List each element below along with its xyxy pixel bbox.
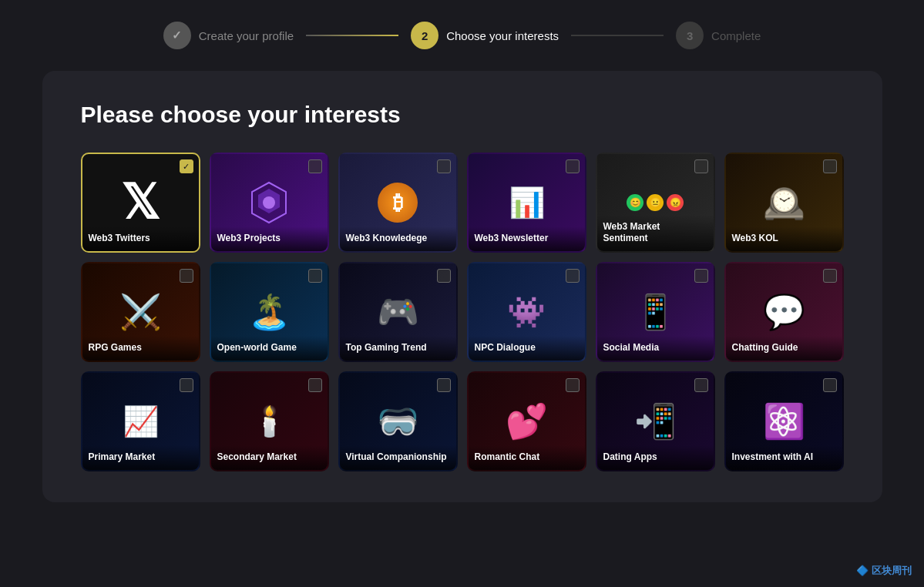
interest-label-virtual-comp: Virtual Companionship — [340, 445, 456, 470]
interest-checkbox-web3-kol[interactable] — [823, 159, 837, 173]
interest-label-web3-kol: Web3 KOL — [726, 226, 842, 251]
step-circle-1: ✓ — [163, 22, 191, 49]
interest-label-top-gaming: Top Gaming Trend — [340, 336, 456, 361]
interest-label-social-media: Social Media — [597, 336, 714, 361]
step-line-2 — [571, 35, 664, 36]
interest-checkbox-romantic-chat[interactable] — [566, 378, 580, 392]
interest-checkbox-web3-newsletter[interactable] — [566, 159, 580, 173]
step-circle-2: 2 — [411, 22, 438, 49]
interest-label-web3-twitters: Web3 Twitters — [82, 226, 199, 251]
interest-item-top-gaming[interactable]: 🎮Top Gaming Trend — [338, 262, 458, 362]
interest-label-romantic-chat: Romantic Chat — [469, 445, 585, 470]
interest-label-web3-sentiment: Web3 Market Sentiment — [597, 215, 714, 251]
interest-item-rpg-games[interactable]: ⚔️RPG Games — [81, 262, 200, 362]
step-complete: 3 Complete — [676, 22, 761, 49]
interest-checkbox-web3-twitters[interactable]: ✓ — [180, 159, 193, 173]
interests-grid: 𝕏Web3 Twitters✓Web3 Projects₿Web3 Knowle… — [81, 153, 844, 471]
interest-checkbox-virtual-comp[interactable] — [437, 378, 451, 392]
interest-checkbox-chatting-guide[interactable] — [823, 269, 837, 283]
interest-label-web3-projects: Web3 Projects — [211, 226, 328, 251]
interest-checkbox-open-world[interactable] — [308, 269, 322, 283]
step-label-3: Complete — [711, 29, 761, 42]
interest-label-web3-newsletter: Web3 Newsletter — [469, 226, 585, 251]
interest-checkbox-primary-market[interactable] — [180, 378, 193, 392]
step-line-1 — [306, 35, 398, 36]
interest-item-web3-sentiment[interactable]: 😊😐😠Web3 Market Sentiment — [596, 153, 715, 253]
interest-label-chatting-guide: Chatting Guide — [726, 336, 842, 361]
interest-item-social-media[interactable]: 📱Social Media — [596, 262, 715, 362]
step-create-profile: ✓ Create your profile — [163, 22, 294, 49]
interest-checkbox-dating-apps[interactable] — [694, 378, 708, 392]
interest-item-open-world[interactable]: 🏝️Open-world Game — [210, 262, 329, 362]
interest-label-open-world: Open-world Game — [211, 336, 328, 361]
stepper: ✓ Create your profile 2 Choose your inte… — [0, 0, 924, 71]
step-label-2: Choose your interests — [446, 29, 559, 42]
interest-label-web3-knowledge: Web3 Knowledege — [340, 226, 456, 251]
interest-item-web3-newsletter[interactable]: 📊Web3 Newsletter — [467, 153, 586, 253]
step-choose-interests: 2 Choose your interests — [411, 22, 559, 49]
interest-item-web3-kol[interactable]: 🕰️Web3 KOL — [724, 153, 844, 253]
interest-item-dating-apps[interactable]: 📲Dating Apps — [596, 371, 715, 471]
card-title: Please choose your interests — [81, 102, 844, 128]
interest-label-npc-dialogue: NPC Dialogue — [469, 336, 585, 361]
interest-label-investment-ai: Investment with AI — [726, 445, 842, 470]
interest-label-dating-apps: Dating Apps — [597, 445, 714, 470]
interest-item-virtual-comp[interactable]: 🥽Virtual Companionship — [338, 371, 458, 471]
interest-checkbox-secondary-market[interactable] — [308, 378, 322, 392]
interest-label-secondary-market: Secondary Market — [211, 445, 328, 470]
interest-checkbox-top-gaming[interactable] — [437, 269, 451, 283]
interest-item-investment-ai[interactable]: ⚛️Investment with AI — [724, 371, 844, 471]
interest-label-rpg-games: RPG Games — [82, 336, 199, 361]
interest-item-romantic-chat[interactable]: 💕Romantic Chat — [467, 371, 586, 471]
interest-item-web3-projects[interactable]: Web3 Projects — [210, 153, 329, 253]
interests-card: Please choose your interests 𝕏Web3 Twitt… — [42, 71, 882, 502]
svg-point-2 — [263, 196, 275, 209]
interest-checkbox-web3-sentiment[interactable] — [694, 159, 708, 173]
interest-checkbox-investment-ai[interactable] — [823, 378, 837, 392]
interest-item-web3-twitters[interactable]: 𝕏Web3 Twitters✓ — [81, 153, 200, 253]
interest-item-secondary-market[interactable]: 🕯️Secondary Market — [210, 371, 329, 471]
interest-checkbox-rpg-games[interactable] — [180, 269, 193, 283]
interest-label-primary-market: Primary Market — [82, 445, 199, 470]
step-label-1: Create your profile — [199, 29, 294, 42]
interest-checkbox-npc-dialogue[interactable] — [566, 269, 580, 283]
step-circle-3: 3 — [676, 22, 704, 49]
interest-item-npc-dialogue[interactable]: 👾NPC Dialogue — [467, 262, 586, 362]
interest-item-web3-knowledge[interactable]: ₿Web3 Knowledege — [338, 153, 458, 253]
interest-item-chatting-guide[interactable]: 💬Chatting Guide — [724, 262, 844, 362]
watermark: 🔷 区块周刊 — [856, 564, 912, 578]
interest-item-primary-market[interactable]: 📈Primary Market — [81, 371, 200, 471]
interest-checkbox-web3-projects[interactable] — [308, 159, 322, 173]
interest-checkbox-social-media[interactable] — [694, 269, 708, 283]
interest-checkbox-web3-knowledge[interactable] — [437, 159, 451, 173]
